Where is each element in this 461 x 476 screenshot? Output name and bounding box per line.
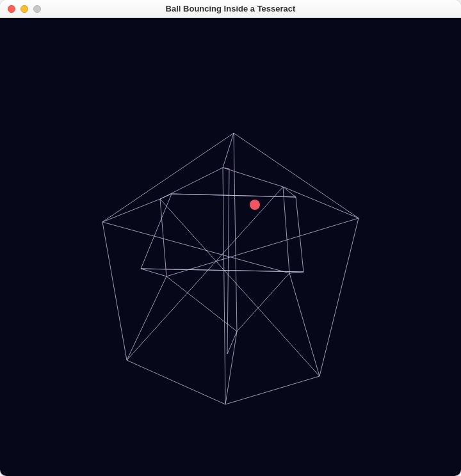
canvas	[0, 18, 461, 476]
minimize-icon[interactable]	[20, 5, 28, 13]
svg-line-16	[227, 169, 229, 354]
svg-line-22	[289, 272, 303, 273]
titlebar[interactable]: Ball Bouncing Inside a Tesseract	[0, 0, 461, 18]
svg-line-17	[172, 194, 296, 197]
svg-line-19	[227, 331, 237, 354]
svg-line-6	[127, 276, 166, 360]
ball	[250, 200, 260, 210]
maximize-icon[interactable]	[33, 5, 41, 13]
svg-marker-1	[160, 168, 289, 331]
svg-line-4	[289, 273, 319, 376]
close-icon[interactable]	[8, 5, 15, 13]
window-title: Ball Bouncing Inside a Tesseract	[0, 4, 461, 13]
traffic-lights	[0, 5, 41, 13]
svg-line-11	[160, 199, 319, 376]
svg-line-20	[283, 187, 296, 197]
svg-line-13	[127, 187, 283, 360]
app-window: Ball Bouncing Inside a Tesseract	[0, 0, 461, 476]
tesseract-wireframe	[102, 133, 359, 404]
svg-line-2	[223, 133, 234, 168]
svg-line-21	[141, 269, 166, 276]
tesseract-render	[0, 18, 461, 476]
svg-line-3	[283, 187, 359, 218]
svg-line-12	[223, 168, 225, 404]
svg-line-9	[234, 133, 237, 331]
